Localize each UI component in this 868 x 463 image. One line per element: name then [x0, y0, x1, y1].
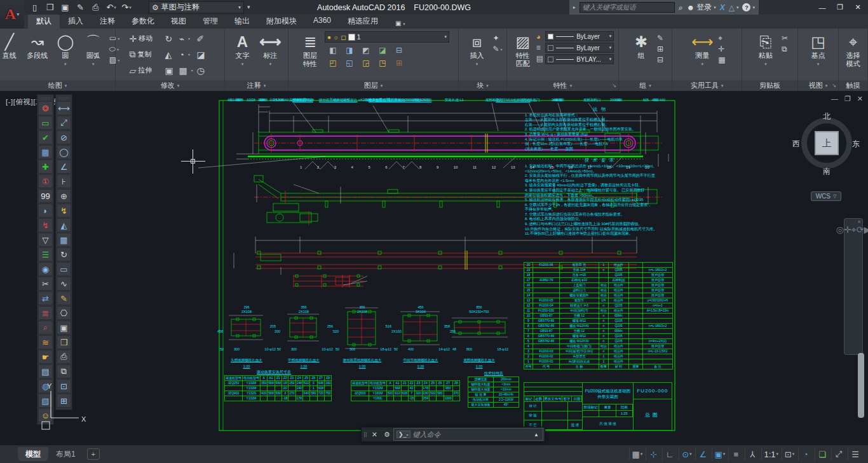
new-layout-button[interactable]: +: [87, 448, 100, 460]
pan-icon[interactable]: ✛: [844, 225, 851, 235]
layer-dropdown[interactable]: ●☼◻ 1 ▾: [325, 31, 449, 43]
navbar-close-icon[interactable]: ✕: [857, 219, 861, 225]
draw-tool-button[interactable]: ◯ 圆 ▾: [51, 31, 79, 68]
mirror-icon[interactable]: ◭: [57, 218, 71, 232]
modify-tool-button[interactable]: ◭: [165, 50, 179, 60]
layer-tool-icon[interactable]: ◨: [346, 46, 353, 55]
annotation-scale[interactable]: 1:1 ▾: [761, 447, 780, 461]
layer-tool-icon[interactable]: ◱: [346, 59, 353, 67]
panel-label-block[interactable]: 块▾: [459, 80, 506, 91]
layers-check-icon[interactable]: ≣: [38, 306, 53, 320]
revcloud-icon[interactable]: ▭: [38, 116, 53, 130]
search-icon[interactable]: ⌕: [679, 3, 683, 12]
recent-commands-icon[interactable]: ▲: [534, 432, 540, 438]
modify-tool-button[interactable]: ▱ 拉伸: [130, 66, 165, 76]
open-file-icon[interactable]: ❒: [43, 1, 57, 13]
center-mark-icon[interactable]: ⊕: [57, 189, 71, 203]
match-properties-button[interactable]: ▨ 特性 匹配: [512, 31, 534, 68]
layer-tool-icon[interactable]: ◳: [379, 59, 386, 67]
panel-label-draw[interactable]: 绘图▾: [0, 80, 115, 91]
rotate-icon[interactable]: ↻: [57, 247, 71, 261]
dim-linear-icon[interactable]: ⟷: [57, 101, 71, 115]
snap-icon[interactable]: ⊹: [646, 447, 661, 461]
text-lines-icon[interactable]: ☰: [38, 247, 53, 261]
viewport-minimize[interactable]: [-]: [6, 98, 13, 106]
annotate-tool-button[interactable]: A 文字 ▾: [229, 31, 257, 68]
ribbon-tab[interactable]: 视图: [163, 14, 194, 29]
save-as-icon[interactable]: ✎: [74, 1, 88, 13]
circle-number-icon[interactable]: ①: [38, 174, 53, 188]
dim-aligned-icon[interactable]: ⤢: [57, 116, 71, 130]
cmd-close-icon[interactable]: ✕: [369, 431, 381, 439]
panel-label-annotate[interactable]: 注释▾: [225, 80, 288, 91]
lightning-icon[interactable]: ↯: [38, 218, 53, 232]
customization-icon[interactable]: ☰: [848, 447, 863, 461]
zoom-icon[interactable]: ⌖: [851, 225, 857, 235]
modify-tool-button[interactable]: ↻: [165, 34, 179, 44]
showmotion-icon[interactable]: ▶: [864, 225, 868, 235]
print-icon[interactable]: ⎙: [57, 350, 71, 364]
command-line[interactable]: ⣿ ✕ ⚙ ❯_▾ 键入命令 ▲: [361, 427, 545, 442]
save-icon[interactable]: ▣: [58, 1, 72, 13]
modify-tool-button[interactable]: ▣: [165, 66, 179, 76]
command-prompt-icon[interactable]: ❯_▾: [397, 431, 410, 438]
ribbon-tab[interactable]: 参数化: [123, 14, 163, 29]
layer-properties-button[interactable]: ≣ 图层 特性: [297, 31, 323, 68]
polygon-icon[interactable]: ⎔: [57, 306, 71, 320]
ribbon-tab[interactable]: 默认: [28, 14, 60, 29]
autoscale-icon[interactable]: ⅄: [745, 447, 760, 461]
save-icon[interactable]: ▣: [57, 321, 71, 335]
modify-tool-button[interactable]: ⧉ 复制: [130, 49, 165, 60]
scissors-icon[interactable]: ✂: [38, 277, 53, 291]
layer-tool-icon[interactable]: ⊟: [396, 46, 402, 55]
pencil-icon[interactable]: ✎: [57, 291, 71, 305]
layer-tool-icon[interactable]: ◰: [329, 59, 336, 67]
lineweight-icon[interactable]: ▤: [536, 54, 543, 63]
toolbar-grip[interactable]: ::::::: [58, 96, 69, 100]
clipboard-small-button[interactable]: ⧉: [782, 45, 788, 53]
orbit-icon[interactable]: ⟳: [857, 225, 864, 235]
hand-pointer-icon[interactable]: ☛: [38, 350, 53, 364]
preview-icon[interactable]: ⧉: [57, 364, 71, 378]
group-small-button[interactable]: ✎: [657, 34, 663, 43]
check-icon[interactable]: ✔: [38, 130, 53, 144]
quick-leader-icon[interactable]: ↯: [57, 204, 71, 218]
redo-icon[interactable]: ↷▾: [119, 1, 133, 13]
dim-angular-icon[interactable]: ∠: [57, 160, 71, 174]
utility-small-button[interactable]: ▦: [718, 55, 725, 64]
modify-tool-button[interactable]: ◔ ▾: [179, 50, 197, 60]
viewcube-east[interactable]: 东: [852, 139, 860, 149]
toolbar-grip[interactable]: ::::::: [40, 96, 50, 100]
panel-label-clipboard[interactable]: 剪贴板: [742, 80, 797, 91]
layer-tool-icon[interactable]: ◪: [379, 46, 386, 55]
panel-label-group[interactable]: 组▾: [619, 80, 672, 91]
draw-tool-button[interactable]: ⌒ 圆弧 ▾: [79, 31, 107, 68]
search-input[interactable]: 键入关键字或短语: [580, 2, 675, 13]
isolate-objects-icon[interactable]: ❏: [815, 447, 830, 461]
modify-tool-button[interactable]: ◪: [197, 50, 211, 60]
measure-button[interactable]: ⟷ 测量 ▾: [688, 31, 716, 68]
number-99-icon[interactable]: 99: [38, 189, 53, 203]
insert-block-button[interactable]: ⧈ 插入 ▾: [463, 31, 491, 68]
draw-tool-button[interactable]: ↝ 多段线: [24, 31, 51, 68]
utility-small-button[interactable]: ✛: [718, 45, 725, 53]
drag-grip[interactable]: ⣿: [362, 432, 369, 438]
layer-tool-icon[interactable]: ◩: [362, 46, 369, 55]
panel-label-touch[interactable]: 触摸: [839, 80, 867, 91]
layer-tool-icon[interactable]: ⊞: [396, 59, 402, 67]
linetype-icon[interactable]: ≡: [536, 43, 543, 52]
doc-restore-button[interactable]: ❐: [844, 95, 851, 103]
modify-tool-button[interactable]: ✐: [197, 34, 211, 44]
ribbon-tab[interactable]: 注释: [92, 14, 123, 29]
minimize-button[interactable]: —: [813, 1, 831, 14]
wrench-icon[interactable]: ⚙: [381, 431, 393, 439]
panel-label-properties[interactable]: 特性▾↘: [507, 80, 618, 91]
wcs-dropdown[interactable]: WCS▽: [811, 191, 841, 201]
modify-tool-button[interactable]: ◷: [197, 66, 211, 76]
polar-tracking-icon[interactable]: ⊙ ▾: [679, 447, 694, 461]
close-button[interactable]: ✕: [849, 1, 867, 14]
calendar-icon[interactable]: ▦: [38, 145, 53, 159]
basepoint-button[interactable]: ◳ 基点 ▾: [804, 31, 832, 68]
viewcube[interactable]: 北 西 东 南 上: [796, 113, 857, 174]
layer-tool-icon[interactable]: ◧: [329, 46, 336, 55]
